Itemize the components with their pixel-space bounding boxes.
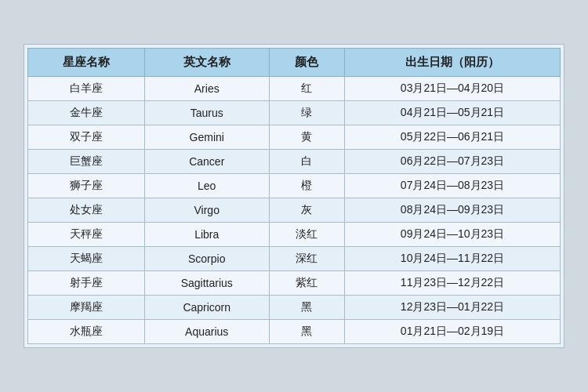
table-cell-2-3: 05月22日—06月21日	[345, 125, 561, 150]
table-cell-0-2: 红	[269, 77, 344, 101]
table-cell-4-1: Leo	[144, 174, 269, 198]
table-cell-5-3: 08月24日—09月23日	[345, 198, 561, 223]
table-row: 水瓶座Aquarius黑01月21日—02月19日	[28, 320, 561, 344]
table-cell-9-1: Capricorn	[144, 296, 269, 320]
table-cell-1-0: 金牛座	[28, 101, 145, 125]
zodiac-table: 星座名称英文名称颜色出生日期（阳历） 白羊座Aries红03月21日—04月20…	[27, 48, 561, 344]
table-cell-1-1: Taurus	[144, 101, 269, 125]
table-cell-4-2: 橙	[269, 174, 344, 198]
table-cell-8-1: Sagittarius	[144, 271, 269, 296]
table-cell-7-3: 10月24日—11月22日	[345, 247, 561, 271]
table-cell-9-2: 黑	[269, 296, 344, 320]
table-cell-10-3: 01月21日—02月19日	[345, 320, 561, 344]
table-cell-7-2: 深红	[269, 247, 344, 271]
table-cell-3-3: 06月22日—07月23日	[345, 150, 561, 174]
header-cell-2: 颜色	[269, 49, 344, 77]
table-row: 双子座Gemini黄05月22日—06月21日	[28, 125, 561, 150]
table-cell-4-0: 狮子座	[28, 174, 145, 198]
header-cell-0: 星座名称	[28, 49, 145, 77]
table-cell-2-2: 黄	[269, 125, 344, 150]
table-body: 白羊座Aries红03月21日—04月20日金牛座Taurus绿04月21日—0…	[28, 77, 561, 344]
table-cell-1-2: 绿	[269, 101, 344, 125]
table-cell-5-0: 处女座	[28, 198, 145, 223]
table-cell-10-0: 水瓶座	[28, 320, 145, 344]
table-cell-9-3: 12月23日—01月22日	[345, 296, 561, 320]
table-cell-0-0: 白羊座	[28, 77, 145, 101]
table-row: 摩羯座Capricorn黑12月23日—01月22日	[28, 296, 561, 320]
table-row: 巨蟹座Cancer白06月22日—07月23日	[28, 150, 561, 174]
table-cell-5-1: Virgo	[144, 198, 269, 223]
table-cell-6-0: 天秤座	[28, 223, 145, 247]
table-row: 白羊座Aries红03月21日—04月20日	[28, 77, 561, 101]
table-cell-3-2: 白	[269, 150, 344, 174]
table-cell-10-1: Aquarius	[144, 320, 269, 344]
table-row: 处女座Virgo灰08月24日—09月23日	[28, 198, 561, 223]
table-cell-8-2: 紫红	[269, 271, 344, 296]
table-cell-8-0: 射手座	[28, 271, 145, 296]
table-row: 狮子座Leo橙07月24日—08月23日	[28, 174, 561, 198]
table-cell-5-2: 灰	[269, 198, 344, 223]
table-row: 射手座Sagittarius紫红11月23日—12月22日	[28, 271, 561, 296]
table-header-row: 星座名称英文名称颜色出生日期（阳历）	[28, 49, 561, 77]
header-cell-1: 英文名称	[144, 49, 269, 77]
table-cell-6-3: 09月24日—10月23日	[345, 223, 561, 247]
table-cell-10-2: 黑	[269, 320, 344, 344]
table-cell-3-0: 巨蟹座	[28, 150, 145, 174]
table-cell-2-1: Gemini	[144, 125, 269, 150]
table-row: 天蝎座Scorpio深红10月24日—11月22日	[28, 247, 561, 271]
table-cell-0-3: 03月21日—04月20日	[345, 77, 561, 101]
table-cell-6-2: 淡红	[269, 223, 344, 247]
zodiac-table-wrapper: 星座名称英文名称颜色出生日期（阳历） 白羊座Aries红03月21日—04月20…	[24, 44, 564, 348]
table-cell-8-3: 11月23日—12月22日	[345, 271, 561, 296]
table-row: 金牛座Taurus绿04月21日—05月21日	[28, 101, 561, 125]
table-cell-0-1: Aries	[144, 77, 269, 101]
table-row: 天秤座Libra淡红09月24日—10月23日	[28, 223, 561, 247]
table-cell-1-3: 04月21日—05月21日	[345, 101, 561, 125]
table-cell-6-1: Libra	[144, 223, 269, 247]
table-cell-9-0: 摩羯座	[28, 296, 145, 320]
table-cell-2-0: 双子座	[28, 125, 145, 150]
table-cell-7-1: Scorpio	[144, 247, 269, 271]
table-cell-7-0: 天蝎座	[28, 247, 145, 271]
table-cell-3-1: Cancer	[144, 150, 269, 174]
header-cell-3: 出生日期（阳历）	[345, 49, 561, 77]
table-cell-4-3: 07月24日—08月23日	[345, 174, 561, 198]
